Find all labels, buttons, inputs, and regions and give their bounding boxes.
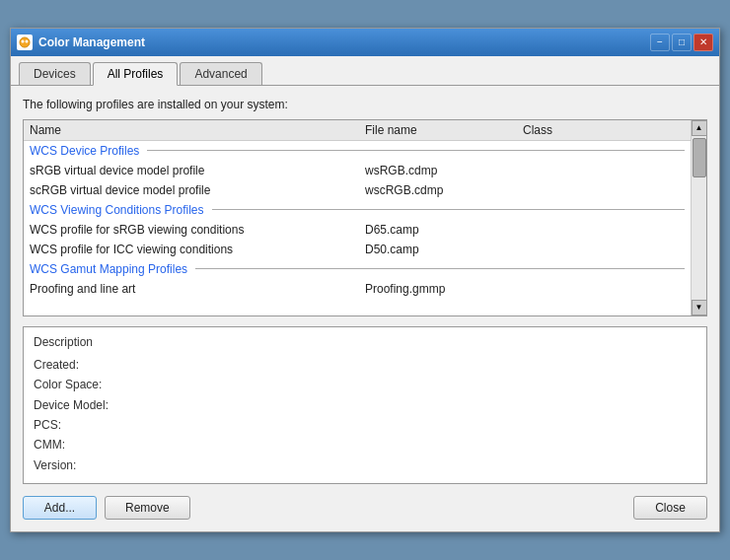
scroll-down-button[interactable]: ▼ xyxy=(692,300,707,315)
description-box-title: Description xyxy=(34,335,696,349)
maximize-button[interactable]: □ xyxy=(672,34,692,51)
row-name: scRGB virtual device model profile xyxy=(30,183,365,197)
row-class xyxy=(523,183,685,197)
row-filename: wscRGB.cdmp xyxy=(365,183,523,197)
title-bar: Color Management − □ ✕ xyxy=(11,29,719,56)
list-item[interactable]: WCS profile for sRGB viewing conditions … xyxy=(24,220,691,240)
col-class: Class xyxy=(523,123,685,137)
svg-point-1 xyxy=(22,39,25,42)
list-item[interactable]: scRGB virtual device model profile wscRG… xyxy=(24,180,691,200)
desc-fields: Created: Color Space: Device Model: PCS:… xyxy=(34,355,696,475)
svg-point-2 xyxy=(26,39,29,42)
list-item[interactable]: WCS profile for ICC viewing conditions D… xyxy=(24,240,691,259)
field-created: Created: xyxy=(34,355,696,375)
tab-devices[interactable]: Devices xyxy=(19,62,91,85)
row-filename: D65.camp xyxy=(365,223,523,237)
field-pcs: PCS: xyxy=(34,415,696,435)
add-button[interactable]: Add... xyxy=(23,496,97,520)
row-name: WCS profile for ICC viewing conditions xyxy=(30,243,365,256)
scrollbar[interactable]: ▲ ▼ xyxy=(691,120,706,315)
title-controls: − □ ✕ xyxy=(650,34,713,51)
row-filename: Proofing.gmmp xyxy=(365,282,523,296)
row-class xyxy=(523,282,685,296)
close-button[interactable]: Close xyxy=(633,496,707,520)
tab-bar: Devices All Profiles Advanced xyxy=(11,56,719,86)
group-header-wcs-gamut: WCS Gamut Mapping Profiles xyxy=(24,259,691,279)
row-name: sRGB virtual device model profile xyxy=(30,164,365,177)
installed-profiles-description: The following profiles are installed on … xyxy=(23,98,707,111)
row-class xyxy=(523,223,685,237)
button-row: Add... Remove Close xyxy=(23,496,707,520)
group-header-wcs-device: WCS Device Profiles xyxy=(24,141,691,161)
field-cmm: CMM: xyxy=(34,435,696,455)
field-version: Version: xyxy=(34,455,696,475)
profile-list-container: Name File name Class WCS Device Profiles… xyxy=(23,119,707,316)
remove-button[interactable]: Remove xyxy=(105,496,190,520)
scroll-thumb[interactable] xyxy=(693,138,706,177)
svg-point-0 xyxy=(20,37,30,47)
scroll-up-button[interactable]: ▲ xyxy=(692,120,707,136)
row-filename: D50.camp xyxy=(365,243,523,256)
tab-advanced[interactable]: Advanced xyxy=(180,62,261,85)
row-name: Proofing and line art xyxy=(30,282,365,296)
tab-all-profiles[interactable]: All Profiles xyxy=(93,62,179,86)
main-window: Color Management − □ ✕ Devices All Profi… xyxy=(10,28,720,532)
description-box: Description Created: Color Space: Device… xyxy=(23,326,707,484)
row-class xyxy=(523,164,685,177)
col-name: Name xyxy=(30,123,365,137)
tab-content: The following profiles are installed on … xyxy=(11,86,719,531)
close-window-button[interactable]: ✕ xyxy=(694,34,713,51)
minimize-button[interactable]: − xyxy=(650,34,670,51)
list-item[interactable]: sRGB virtual device model profile wsRGB.… xyxy=(24,161,691,180)
profile-list[interactable]: Name File name Class WCS Device Profiles… xyxy=(24,120,691,315)
list-header: Name File name Class xyxy=(24,120,691,141)
row-filename: wsRGB.cdmp xyxy=(365,164,523,177)
row-class xyxy=(523,243,685,256)
list-item[interactable]: Proofing and line art Proofing.gmmp xyxy=(24,279,691,299)
field-colorspace: Color Space: xyxy=(34,375,696,394)
action-buttons: Add... Remove xyxy=(23,496,190,520)
title-bar-left: Color Management xyxy=(17,35,145,50)
window-icon xyxy=(17,35,33,50)
col-filename: File name xyxy=(365,123,523,137)
window-title: Color Management xyxy=(38,35,145,49)
row-name: WCS profile for sRGB viewing conditions xyxy=(30,223,365,237)
field-devicemodel: Device Model: xyxy=(34,395,696,415)
group-header-wcs-viewing: WCS Viewing Conditions Profiles xyxy=(24,200,691,220)
